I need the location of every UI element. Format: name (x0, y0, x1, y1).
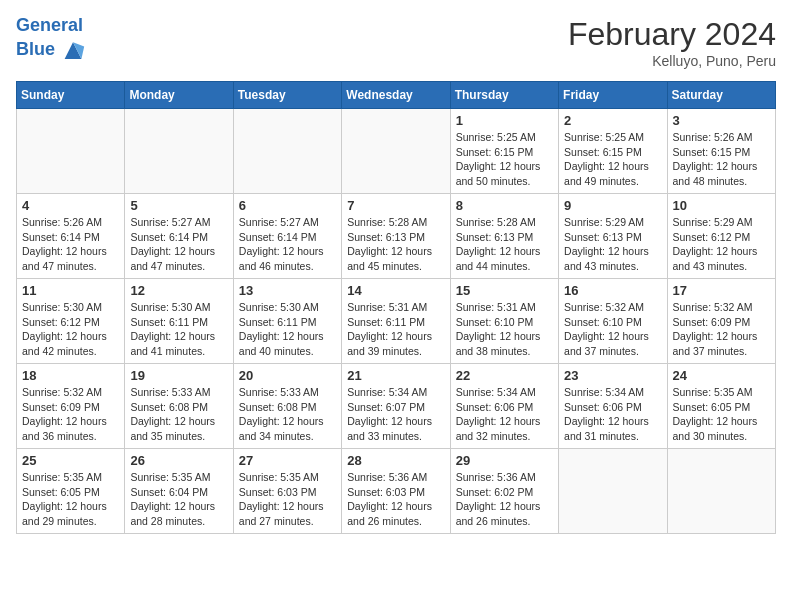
day-info: Sunrise: 5:31 AMSunset: 6:10 PMDaylight:… (456, 300, 553, 359)
day-info: Sunrise: 5:34 AMSunset: 6:07 PMDaylight:… (347, 385, 444, 444)
calendar-cell: 24Sunrise: 5:35 AMSunset: 6:05 PMDayligh… (667, 364, 775, 449)
calendar-cell: 29Sunrise: 5:36 AMSunset: 6:02 PMDayligh… (450, 449, 558, 534)
day-info: Sunrise: 5:30 AMSunset: 6:11 PMDaylight:… (130, 300, 227, 359)
calendar-cell: 7Sunrise: 5:28 AMSunset: 6:13 PMDaylight… (342, 194, 450, 279)
column-header-wednesday: Wednesday (342, 82, 450, 109)
title-area: February 2024 Kelluyo, Puno, Peru (568, 16, 776, 69)
day-info: Sunrise: 5:25 AMSunset: 6:15 PMDaylight:… (564, 130, 661, 189)
calendar-cell: 6Sunrise: 5:27 AMSunset: 6:14 PMDaylight… (233, 194, 341, 279)
calendar-cell: 13Sunrise: 5:30 AMSunset: 6:11 PMDayligh… (233, 279, 341, 364)
calendar-cell: 2Sunrise: 5:25 AMSunset: 6:15 PMDaylight… (559, 109, 667, 194)
day-number: 24 (673, 368, 770, 383)
page-header: General Blue February 2024 Kelluyo, Puno… (16, 16, 776, 69)
calendar-cell: 16Sunrise: 5:32 AMSunset: 6:10 PMDayligh… (559, 279, 667, 364)
day-number: 2 (564, 113, 661, 128)
calendar-cell: 1Sunrise: 5:25 AMSunset: 6:15 PMDaylight… (450, 109, 558, 194)
day-number: 14 (347, 283, 444, 298)
day-number: 16 (564, 283, 661, 298)
day-info: Sunrise: 5:30 AMSunset: 6:12 PMDaylight:… (22, 300, 119, 359)
calendar-cell: 19Sunrise: 5:33 AMSunset: 6:08 PMDayligh… (125, 364, 233, 449)
day-info: Sunrise: 5:25 AMSunset: 6:15 PMDaylight:… (456, 130, 553, 189)
day-number: 28 (347, 453, 444, 468)
day-number: 1 (456, 113, 553, 128)
column-header-tuesday: Tuesday (233, 82, 341, 109)
day-info: Sunrise: 5:35 AMSunset: 6:03 PMDaylight:… (239, 470, 336, 529)
calendar-cell (667, 449, 775, 534)
day-number: 4 (22, 198, 119, 213)
day-info: Sunrise: 5:27 AMSunset: 6:14 PMDaylight:… (239, 215, 336, 274)
day-info: Sunrise: 5:27 AMSunset: 6:14 PMDaylight:… (130, 215, 227, 274)
day-info: Sunrise: 5:36 AMSunset: 6:03 PMDaylight:… (347, 470, 444, 529)
column-header-thursday: Thursday (450, 82, 558, 109)
day-info: Sunrise: 5:32 AMSunset: 6:09 PMDaylight:… (673, 300, 770, 359)
logo-text: General Blue (16, 16, 87, 64)
day-info: Sunrise: 5:33 AMSunset: 6:08 PMDaylight:… (130, 385, 227, 444)
day-number: 26 (130, 453, 227, 468)
day-number: 10 (673, 198, 770, 213)
calendar-cell: 5Sunrise: 5:27 AMSunset: 6:14 PMDaylight… (125, 194, 233, 279)
day-info: Sunrise: 5:26 AMSunset: 6:14 PMDaylight:… (22, 215, 119, 274)
calendar-cell: 28Sunrise: 5:36 AMSunset: 6:03 PMDayligh… (342, 449, 450, 534)
calendar-cell: 10Sunrise: 5:29 AMSunset: 6:12 PMDayligh… (667, 194, 775, 279)
calendar-cell: 4Sunrise: 5:26 AMSunset: 6:14 PMDaylight… (17, 194, 125, 279)
day-info: Sunrise: 5:28 AMSunset: 6:13 PMDaylight:… (456, 215, 553, 274)
day-info: Sunrise: 5:29 AMSunset: 6:12 PMDaylight:… (673, 215, 770, 274)
calendar-cell (125, 109, 233, 194)
day-info: Sunrise: 5:34 AMSunset: 6:06 PMDaylight:… (564, 385, 661, 444)
calendar-cell: 14Sunrise: 5:31 AMSunset: 6:11 PMDayligh… (342, 279, 450, 364)
day-number: 22 (456, 368, 553, 383)
column-header-sunday: Sunday (17, 82, 125, 109)
day-number: 9 (564, 198, 661, 213)
day-number: 3 (673, 113, 770, 128)
day-number: 20 (239, 368, 336, 383)
day-info: Sunrise: 5:35 AMSunset: 6:05 PMDaylight:… (673, 385, 770, 444)
week-row-2: 4Sunrise: 5:26 AMSunset: 6:14 PMDaylight… (17, 194, 776, 279)
calendar-cell: 20Sunrise: 5:33 AMSunset: 6:08 PMDayligh… (233, 364, 341, 449)
calendar-cell: 27Sunrise: 5:35 AMSunset: 6:03 PMDayligh… (233, 449, 341, 534)
day-info: Sunrise: 5:32 AMSunset: 6:10 PMDaylight:… (564, 300, 661, 359)
month-year: February 2024 (568, 16, 776, 53)
day-info: Sunrise: 5:30 AMSunset: 6:11 PMDaylight:… (239, 300, 336, 359)
week-row-5: 25Sunrise: 5:35 AMSunset: 6:05 PMDayligh… (17, 449, 776, 534)
location: Kelluyo, Puno, Peru (568, 53, 776, 69)
day-number: 6 (239, 198, 336, 213)
column-header-friday: Friday (559, 82, 667, 109)
calendar-cell: 25Sunrise: 5:35 AMSunset: 6:05 PMDayligh… (17, 449, 125, 534)
day-number: 5 (130, 198, 227, 213)
day-number: 7 (347, 198, 444, 213)
day-info: Sunrise: 5:31 AMSunset: 6:11 PMDaylight:… (347, 300, 444, 359)
day-number: 21 (347, 368, 444, 383)
day-number: 12 (130, 283, 227, 298)
calendar-cell: 9Sunrise: 5:29 AMSunset: 6:13 PMDaylight… (559, 194, 667, 279)
calendar-cell: 12Sunrise: 5:30 AMSunset: 6:11 PMDayligh… (125, 279, 233, 364)
logo: General Blue (16, 16, 87, 64)
calendar-cell: 11Sunrise: 5:30 AMSunset: 6:12 PMDayligh… (17, 279, 125, 364)
calendar-cell: 21Sunrise: 5:34 AMSunset: 6:07 PMDayligh… (342, 364, 450, 449)
day-number: 27 (239, 453, 336, 468)
day-info: Sunrise: 5:36 AMSunset: 6:02 PMDaylight:… (456, 470, 553, 529)
day-number: 8 (456, 198, 553, 213)
calendar-table: SundayMondayTuesdayWednesdayThursdayFrid… (16, 81, 776, 534)
calendar-cell: 3Sunrise: 5:26 AMSunset: 6:15 PMDaylight… (667, 109, 775, 194)
day-number: 19 (130, 368, 227, 383)
day-info: Sunrise: 5:35 AMSunset: 6:04 PMDaylight:… (130, 470, 227, 529)
day-info: Sunrise: 5:32 AMSunset: 6:09 PMDaylight:… (22, 385, 119, 444)
week-row-1: 1Sunrise: 5:25 AMSunset: 6:15 PMDaylight… (17, 109, 776, 194)
day-info: Sunrise: 5:28 AMSunset: 6:13 PMDaylight:… (347, 215, 444, 274)
day-number: 13 (239, 283, 336, 298)
day-info: Sunrise: 5:35 AMSunset: 6:05 PMDaylight:… (22, 470, 119, 529)
day-number: 18 (22, 368, 119, 383)
day-info: Sunrise: 5:26 AMSunset: 6:15 PMDaylight:… (673, 130, 770, 189)
day-info: Sunrise: 5:33 AMSunset: 6:08 PMDaylight:… (239, 385, 336, 444)
calendar-cell: 18Sunrise: 5:32 AMSunset: 6:09 PMDayligh… (17, 364, 125, 449)
day-number: 23 (564, 368, 661, 383)
calendar-cell (559, 449, 667, 534)
calendar-cell (233, 109, 341, 194)
day-number: 29 (456, 453, 553, 468)
day-number: 25 (22, 453, 119, 468)
calendar-cell (17, 109, 125, 194)
calendar-header-row: SundayMondayTuesdayWednesdayThursdayFrid… (17, 82, 776, 109)
calendar-cell: 22Sunrise: 5:34 AMSunset: 6:06 PMDayligh… (450, 364, 558, 449)
column-header-monday: Monday (125, 82, 233, 109)
logo-icon (59, 36, 87, 64)
